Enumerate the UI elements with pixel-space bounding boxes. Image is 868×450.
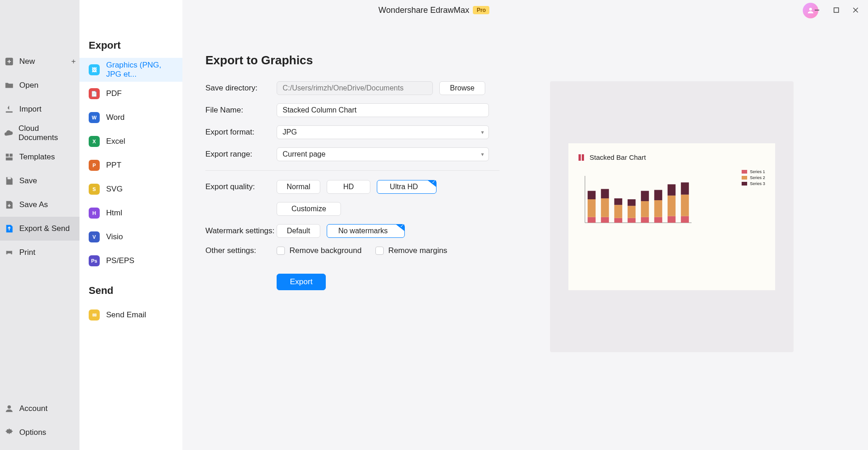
- export-item-label: Visio: [106, 232, 123, 242]
- chart-icon: [579, 154, 585, 161]
- nav-label: Options: [19, 428, 46, 437]
- close-button[interactable]: [851, 6, 860, 14]
- export-item-html[interactable]: H Html: [79, 201, 182, 225]
- label-other: Other settings:: [205, 246, 277, 255]
- svg-rect-40: [668, 184, 675, 195]
- svg-rect-2: [834, 8, 839, 12]
- quality-hd-button[interactable]: HD: [327, 180, 370, 194]
- preview-document: Stacked Bar Chart Series 1 Series 2 Seri…: [568, 143, 775, 290]
- svg-rect-11: [6, 158, 13, 160]
- nav-label: Account: [19, 404, 47, 413]
- svg-point-16: [7, 405, 11, 409]
- minimize-button[interactable]: [813, 6, 821, 14]
- export-item-word[interactable]: W Word: [79, 106, 182, 129]
- customize-button[interactable]: Customize: [277, 202, 341, 216]
- print-icon: [4, 247, 15, 258]
- ps-icon: Ps: [89, 255, 100, 266]
- watermark-none-button[interactable]: No watermarks: [327, 224, 405, 238]
- remove-margins-checkbox[interactable]: Remove margins: [375, 246, 448, 255]
- svg-rect-33: [641, 201, 649, 217]
- label-save-dir: Save directory:: [205, 84, 277, 93]
- nav-label: Import: [19, 105, 41, 114]
- export-item-graphics[interactable]: 🖼 Graphics (PNG, JPG et...: [79, 58, 182, 82]
- export-item-label: PS/EPS: [106, 256, 134, 265]
- svg-rect-9: [6, 154, 9, 157]
- templates-icon: [4, 152, 15, 163]
- nav-label: Save As: [19, 200, 48, 209]
- nav-label: Print: [19, 248, 35, 257]
- svg-icon: S: [89, 184, 100, 195]
- export-range-select[interactable]: Current page: [277, 147, 489, 161]
- plus-icon[interactable]: +: [71, 57, 76, 66]
- quality-ultrahd-button[interactable]: Ultra HD: [377, 180, 437, 194]
- preview-panel: Stacked Bar Chart Series 1 Series 2 Seri…: [550, 81, 794, 352]
- nav-label: Templates: [19, 152, 55, 162]
- svg-rect-37: [654, 190, 662, 200]
- svg-rect-20: [588, 217, 596, 223]
- app-name-text: Wondershare EdrawMax: [379, 6, 470, 15]
- export-sidebar: Export 🖼 Graphics (PNG, JPG et... 📄 PDF …: [79, 0, 182, 450]
- export-section-title: Export: [79, 39, 182, 58]
- nav-item-cloud[interactable]: Cloud Documents: [0, 121, 79, 145]
- export-item-label: PPT: [106, 161, 121, 170]
- export-item-label: PDF: [106, 89, 122, 98]
- export-item-pdf[interactable]: 📄 PDF: [79, 82, 182, 106]
- cloud-icon: [4, 128, 14, 139]
- label-export-range: Export range:: [205, 150, 277, 159]
- svg-point-0: [809, 8, 812, 11]
- browse-button[interactable]: Browse: [439, 81, 485, 95]
- export-item-svg[interactable]: S SVG: [79, 177, 182, 201]
- svg-rect-29: [628, 218, 635, 223]
- svg-rect-22: [588, 191, 596, 199]
- export-item-ps[interactable]: Ps PS/EPS: [79, 249, 182, 273]
- mail-icon: ✉: [89, 309, 100, 321]
- main-content: Export to Graphics Save directory: Brows…: [182, 28, 859, 450]
- label-export-format: Export format:: [205, 128, 277, 137]
- export-item-excel[interactable]: X Excel: [79, 129, 182, 153]
- export-item-label: Excel: [106, 137, 125, 146]
- svg-rect-21: [588, 199, 596, 217]
- nav-item-save[interactable]: Save: [0, 169, 79, 193]
- nav-label: Export & Send: [19, 224, 70, 233]
- nav-sidebar: New + Open Import Cloud Documents Templa…: [0, 0, 79, 450]
- quality-normal-button[interactable]: Normal: [277, 180, 320, 194]
- nav-item-options[interactable]: Options: [0, 421, 79, 444]
- svg-rect-12: [7, 177, 11, 180]
- svg-rect-30: [628, 206, 635, 218]
- legend-swatch-2: [742, 176, 747, 180]
- export-format-select[interactable]: JPG: [277, 125, 489, 139]
- nav-item-account[interactable]: Account: [0, 397, 79, 421]
- export-button[interactable]: Export: [277, 274, 326, 290]
- export-item-label: Html: [106, 208, 122, 218]
- export-item-send-email[interactable]: ✉ Send Email: [79, 303, 182, 327]
- svg-rect-36: [654, 200, 662, 217]
- nav-item-saveas[interactable]: Save As: [0, 193, 79, 217]
- svg-rect-14: [7, 249, 11, 251]
- nav-bottom: Account Options: [0, 397, 79, 444]
- watermark-default-button[interactable]: Default: [277, 224, 320, 238]
- nav-item-open[interactable]: Open: [0, 73, 79, 97]
- nav-item-print[interactable]: Print: [0, 241, 79, 264]
- nav-item-templates[interactable]: Templates: [0, 145, 79, 169]
- nav-item-new[interactable]: New +: [0, 50, 79, 73]
- svg-rect-10: [10, 154, 12, 157]
- legend-swatch-3: [742, 182, 747, 186]
- maximize-button[interactable]: [832, 6, 840, 14]
- remove-background-checkbox[interactable]: Remove background: [277, 246, 362, 255]
- nav-item-import[interactable]: Import: [0, 97, 79, 121]
- export-item-ppt[interactable]: P PPT: [79, 153, 182, 177]
- legend-swatch-1: [742, 170, 747, 174]
- save-directory-input[interactable]: [277, 81, 433, 95]
- svg-rect-24: [601, 198, 609, 217]
- svg-rect-43: [681, 182, 689, 195]
- export-item-visio[interactable]: V Visio: [79, 225, 182, 249]
- html-icon: H: [89, 208, 100, 219]
- svg-rect-23: [601, 217, 609, 223]
- chevron-down-icon: [396, 225, 404, 231]
- nav-item-export-send[interactable]: Export & Send: [0, 217, 79, 241]
- nav-label: New: [19, 57, 35, 66]
- label-watermark: Watermark settings:: [205, 226, 277, 236]
- file-name-input[interactable]: [277, 103, 489, 117]
- visio-icon: V: [89, 231, 100, 242]
- ppt-icon: P: [89, 160, 100, 171]
